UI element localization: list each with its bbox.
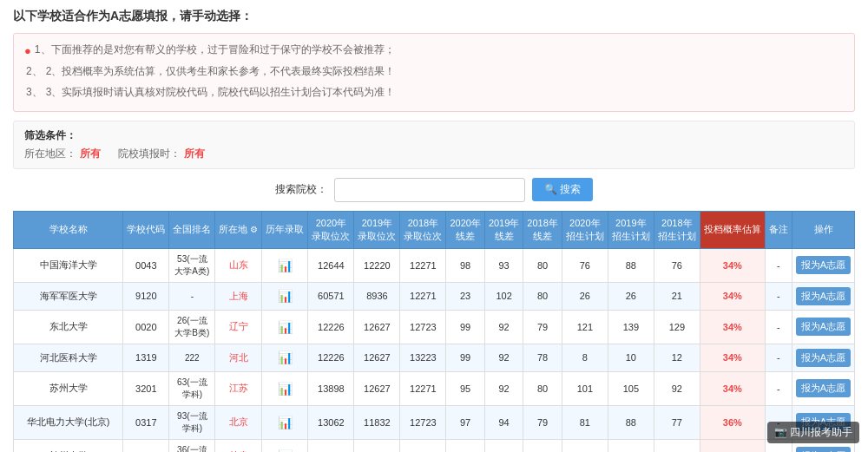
cell-hist[interactable]: 📊 <box>262 248 308 282</box>
notice-icon-1: ● <box>24 41 31 61</box>
cell-2018-diff: 80 <box>523 371 562 405</box>
th-2018-diff: 2018年线差 <box>523 211 562 248</box>
action-button[interactable]: 报为A志愿 <box>796 413 851 431</box>
table-wrapper: 学校名称 学校代码 全国排名 所在地 ⚙ 历年录取 2020年录取位次 2019… <box>13 211 855 452</box>
th-2018-pos: 2018年录取位次 <box>400 211 446 248</box>
th-school-name: 学校名称 <box>14 211 123 248</box>
th-prob: 投档概率估算 <box>700 211 765 248</box>
cell-action[interactable]: 报为A志愿 <box>792 248 854 282</box>
action-button[interactable]: 报为A志愿 <box>796 256 851 274</box>
page-title: 以下学校适合作为A志愿填报，请手动选择： <box>13 9 855 24</box>
th-note: 备注 <box>765 211 792 248</box>
chart-icon[interactable]: 📊 <box>278 289 293 303</box>
chart-icon[interactable]: 📊 <box>278 449 293 452</box>
cell-action[interactable]: 报为A志愿 <box>792 405 854 439</box>
cell-rank: 63(一流学科) <box>169 371 215 405</box>
cell-school-name: 兰州大学 <box>14 439 123 452</box>
action-button[interactable]: 报为A志愿 <box>796 349 851 367</box>
cell-hist[interactable]: 📊 <box>262 282 308 310</box>
cell-2020-diff: 97 <box>446 405 484 439</box>
cell-school-name: 华北电力大学(北京) <box>14 405 123 439</box>
th-loc: 所在地 ⚙ <box>215 211 262 248</box>
search-label: 搜索院校： <box>275 182 327 197</box>
cell-school-name: 东北大学 <box>14 310 123 344</box>
search-button[interactable]: 🔍 搜索 <box>532 178 593 201</box>
cell-2018-diff: 78 <box>523 344 562 371</box>
cell-loc: 甘肃 <box>215 439 262 452</box>
table-row: 兰州大学 0061 36(一流大学A类) 甘肃 📊 12226 13042 13… <box>14 439 855 452</box>
cell-hist[interactable]: 📊 <box>262 310 308 344</box>
cell-action[interactable]: 报为A志愿 <box>792 371 854 405</box>
cell-loc: 江苏 <box>215 371 262 405</box>
cell-school-name: 中国海洋大学 <box>14 248 123 282</box>
table-row: 东北大学 0020 26(一流大学B类) 辽宁 📊 12226 12627 12… <box>14 310 855 344</box>
search-area: 搜索院校： 🔍 搜索 <box>13 178 855 202</box>
cell-hist[interactable]: 📊 <box>262 371 308 405</box>
cell-2019-pos: 8936 <box>354 282 400 310</box>
cell-rank: 26(一流大学B类) <box>169 310 215 344</box>
table-header-row: 学校名称 学校代码 全国排名 所在地 ⚙ 历年录取 2020年录取位次 2019… <box>14 211 855 248</box>
chart-icon[interactable]: 📊 <box>278 259 293 272</box>
cell-2019-pos: 11832 <box>354 405 400 439</box>
cell-2020-pos: 12226 <box>308 310 354 344</box>
cell-2018-plan: 21 <box>654 282 700 310</box>
cell-note: - <box>765 405 792 439</box>
cell-action[interactable]: 报为A志愿 <box>792 310 854 344</box>
action-button[interactable]: 报为A志愿 <box>796 447 851 452</box>
cell-loc: 河北 <box>215 344 262 371</box>
cell-hist[interactable]: 📊 <box>262 344 308 371</box>
cell-prob: 34% <box>700 248 765 282</box>
cell-school-name: 海军军医大学 <box>14 282 123 310</box>
cell-school-code: 1319 <box>123 344 169 371</box>
action-button[interactable]: 报为A志愿 <box>796 287 851 305</box>
chart-icon[interactable]: 📊 <box>278 416 293 429</box>
cell-2019-diff: 93 <box>484 248 523 282</box>
cell-school-code: 0020 <box>123 310 169 344</box>
cell-2020-plan: 26 <box>562 282 608 310</box>
cell-rank: 53(一流大学A类) <box>169 248 215 282</box>
cell-2018-plan: 88 <box>654 439 700 452</box>
chart-icon[interactable]: 📊 <box>278 382 293 396</box>
cell-2020-plan: 76 <box>562 248 608 282</box>
cell-2018-plan: 129 <box>654 310 700 344</box>
chart-icon[interactable]: 📊 <box>278 350 293 364</box>
cell-2018-plan: 92 <box>654 371 700 405</box>
cell-hist[interactable]: 📊 <box>262 439 308 452</box>
cell-school-code: 9120 <box>123 282 169 310</box>
cell-2020-plan: 89 <box>562 439 608 452</box>
cell-school-code: 3201 <box>123 371 169 405</box>
filter-row: 所在地区： 所有 院校填报时： 所有 <box>24 147 844 161</box>
search-input[interactable] <box>334 178 525 202</box>
cell-prob: 34% <box>700 310 765 344</box>
cell-2020-pos: 60571 <box>308 282 354 310</box>
cell-action[interactable]: 报为A志愿 <box>792 282 854 310</box>
chart-icon[interactable]: 📊 <box>278 320 293 334</box>
cell-2020-pos: 13898 <box>308 371 354 405</box>
cell-2019-plan: 10 <box>608 344 654 371</box>
cell-2019-plan: 88 <box>608 248 654 282</box>
cell-action[interactable]: 报为A志愿 <box>792 439 854 452</box>
action-button[interactable]: 报为A志愿 <box>796 379 851 397</box>
cell-school-name: 河北医科大学 <box>14 344 123 371</box>
cell-2018-pos: 12271 <box>400 371 446 405</box>
cell-note: - <box>765 344 792 371</box>
action-button[interactable]: 报为A志愿 <box>796 318 851 336</box>
cell-2018-plan: 76 <box>654 248 700 282</box>
cell-2020-plan: 121 <box>562 310 608 344</box>
cell-2019-pos: 12627 <box>354 344 400 371</box>
cell-hist[interactable]: 📊 <box>262 405 308 439</box>
cell-2020-plan: 81 <box>562 405 608 439</box>
cell-prob: 34% <box>700 344 765 371</box>
main-table: 学校名称 学校代码 全国排名 所在地 ⚙ 历年录取 2020年录取位次 2019… <box>13 211 855 452</box>
cell-rank: 222 <box>169 344 215 371</box>
cell-action[interactable]: 报为A志愿 <box>792 344 854 371</box>
th-2020-diff: 2020年线差 <box>446 211 484 248</box>
notice-num-2: 2、 <box>26 62 43 82</box>
th-2019-diff: 2019年线差 <box>484 211 523 248</box>
cell-2019-plan: 139 <box>608 310 654 344</box>
cell-2019-diff: 91 <box>484 439 523 452</box>
cell-2019-diff: 92 <box>484 371 523 405</box>
cell-note: - <box>765 310 792 344</box>
cell-prob: 34% <box>700 371 765 405</box>
cell-2020-diff: 95 <box>446 371 484 405</box>
